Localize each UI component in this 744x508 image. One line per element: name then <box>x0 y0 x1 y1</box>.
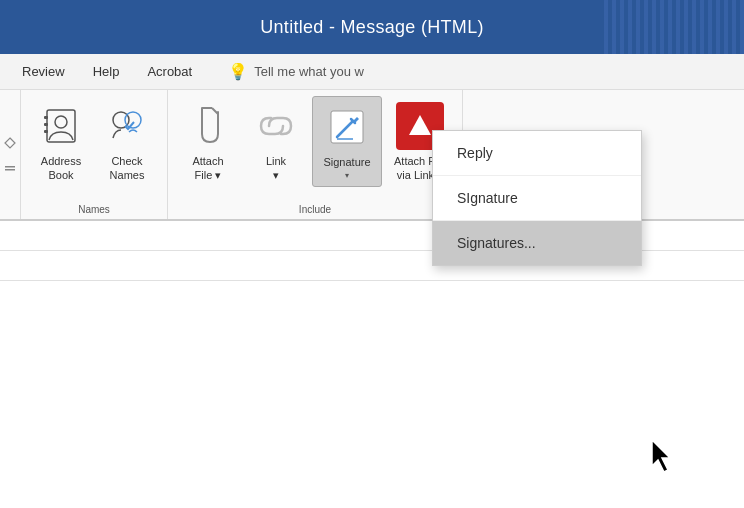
attach-file-label: AttachFile ▾ <box>192 154 223 183</box>
tell-me-area: 💡 Tell me what you w <box>228 62 364 81</box>
address-book-icon <box>37 102 85 150</box>
link-label: Link▾ <box>266 154 286 183</box>
include-group-label: Include <box>176 204 454 219</box>
signature-icon <box>323 103 371 151</box>
svg-rect-2 <box>5 169 15 171</box>
dropdown-signature[interactable]: SIgnature <box>433 176 641 221</box>
include-group: AttachFile ▾ Link▾ <box>168 90 463 219</box>
attach-file-icon <box>184 102 232 150</box>
svg-marker-0 <box>5 138 15 148</box>
signature-button[interactable]: Signature ▾ <box>312 96 382 187</box>
check-names-label: CheckNames <box>110 154 145 183</box>
include-row: AttachFile ▾ Link▾ <box>176 96 454 204</box>
svg-line-11 <box>212 108 218 114</box>
menu-review[interactable]: Review <box>10 58 77 85</box>
check-names-button[interactable]: CheckNames <box>95 96 159 189</box>
address-book-button[interactable]: AddressBook <box>29 96 93 189</box>
link-icon <box>252 102 300 150</box>
tell-me-text[interactable]: Tell me what you w <box>254 64 364 79</box>
left-icon-1 <box>2 135 18 151</box>
bulb-icon: 💡 <box>228 62 248 81</box>
svg-point-9 <box>125 112 141 128</box>
dropdown-signatures[interactable]: Signatures... <box>433 221 641 265</box>
svg-rect-7 <box>44 130 48 133</box>
svg-rect-5 <box>44 116 48 119</box>
signature-dropdown-menu: Reply SIgnature Signatures... <box>432 130 642 266</box>
menu-bar: Review Help Acrobat 💡 Tell me what you w <box>0 54 744 90</box>
names-row: AddressBook CheckNames <box>29 96 159 204</box>
names-group-label: Names <box>29 204 159 219</box>
left-icon-2 <box>2 159 18 175</box>
menu-help[interactable]: Help <box>81 58 132 85</box>
svg-rect-1 <box>5 166 15 168</box>
title-bar-text: Untitled - Message (HTML) <box>260 17 484 38</box>
title-bar-stripe <box>604 0 744 54</box>
check-names-icon <box>103 102 151 150</box>
svg-point-4 <box>55 116 67 128</box>
svg-rect-3 <box>47 110 75 142</box>
title-bar: Untitled - Message (HTML) <box>0 0 744 54</box>
address-book-label: AddressBook <box>41 154 81 183</box>
svg-rect-6 <box>44 123 48 126</box>
menu-acrobat[interactable]: Acrobat <box>135 58 204 85</box>
names-group: AddressBook CheckNames Names <box>21 90 168 219</box>
link-button[interactable]: Link▾ <box>244 96 308 189</box>
signature-dropdown-arrow: ▾ <box>345 171 349 180</box>
dropdown-reply[interactable]: Reply <box>433 131 641 176</box>
attach-file-button[interactable]: AttachFile ▾ <box>176 96 240 189</box>
signature-label: Signature <box>323 155 370 169</box>
